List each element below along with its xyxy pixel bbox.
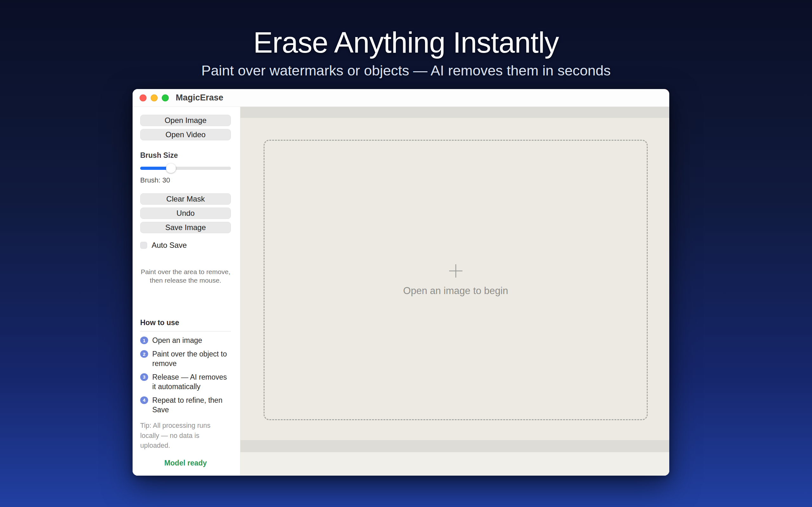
brush-size-slider[interactable] xyxy=(140,164,231,173)
step-row: 2 Paint over the object to remove xyxy=(140,349,231,369)
save-image-button[interactable]: Save Image xyxy=(140,222,231,233)
step-3-badge: 3 xyxy=(140,373,148,381)
auto-save-checkbox[interactable] xyxy=(140,242,147,249)
traffic-lights xyxy=(140,95,169,101)
step-3-text: Release — AI removes it automatically xyxy=(152,373,231,392)
step-4-badge: 4 xyxy=(140,396,148,404)
step-1-text: Open an image xyxy=(152,336,202,345)
window-content: Open Image Open Video Brush Size Brush: … xyxy=(133,107,669,475)
window-title: MagicErase xyxy=(176,93,223,103)
slider-thumb[interactable] xyxy=(166,164,176,173)
slider-fill xyxy=(140,167,170,170)
slider-track[interactable] xyxy=(140,167,231,170)
auto-save-label: Auto Save xyxy=(152,241,187,250)
canvas-panel: Open an image to begin xyxy=(241,107,669,475)
fullscreen-icon[interactable] xyxy=(162,95,169,101)
open-image-button[interactable]: Open Image xyxy=(140,115,231,126)
how-to-use-header: How to use xyxy=(140,319,231,327)
step-4-text: Repeat to refine, then Save xyxy=(152,396,231,415)
how-to-use-steps: 1 Open an image 2 Paint over the object … xyxy=(140,336,231,414)
close-icon[interactable] xyxy=(140,95,147,101)
plus-icon xyxy=(449,264,463,278)
tip-text: Tip: All processing runs locally — no da… xyxy=(140,421,231,451)
brush-value-label: Brush: 30 xyxy=(140,176,231,184)
clear-mask-button[interactable]: Clear Mask xyxy=(140,193,231,205)
brush-size-label: Brush Size xyxy=(140,151,231,160)
canvas-image-area[interactable]: Open an image to begin xyxy=(241,118,669,440)
step-row: 1 Open an image xyxy=(140,336,231,345)
sidebar: Open Image Open Video Brush Size Brush: … xyxy=(133,107,241,475)
minimize-icon[interactable] xyxy=(151,95,158,101)
canvas-top-gutter xyxy=(241,107,669,118)
open-video-button[interactable]: Open Video xyxy=(140,129,231,140)
app-window: MagicErase Open Image Open Video Brush S… xyxy=(133,89,669,475)
step-row: 3 Release — AI removes it automatically xyxy=(140,373,231,392)
hero: Erase Anything Instantly Paint over wate… xyxy=(0,27,812,79)
auto-save-row: Auto Save xyxy=(140,241,231,250)
step-row: 4 Repeat to refine, then Save xyxy=(140,396,231,415)
titlebar: MagicErase xyxy=(133,89,669,107)
step-2-text: Paint over the object to remove xyxy=(152,349,231,369)
canvas-placeholder-text: Open an image to begin xyxy=(403,285,508,297)
canvas-bottom-gutter xyxy=(241,440,669,452)
undo-button[interactable]: Undo xyxy=(140,208,231,219)
canvas-footer xyxy=(241,452,669,475)
sidebar-spacer xyxy=(140,285,231,319)
hero-subtitle: Paint over watermarks or objects — AI re… xyxy=(0,62,812,79)
step-2-badge: 2 xyxy=(140,350,148,358)
step-1-badge: 1 xyxy=(140,337,148,344)
image-dropzone[interactable]: Open an image to begin xyxy=(264,140,648,420)
model-status-text: Model ready xyxy=(140,459,231,467)
helper-text: Paint over the area to remove, then rele… xyxy=(140,268,231,285)
hero-title: Erase Anything Instantly xyxy=(0,27,812,58)
